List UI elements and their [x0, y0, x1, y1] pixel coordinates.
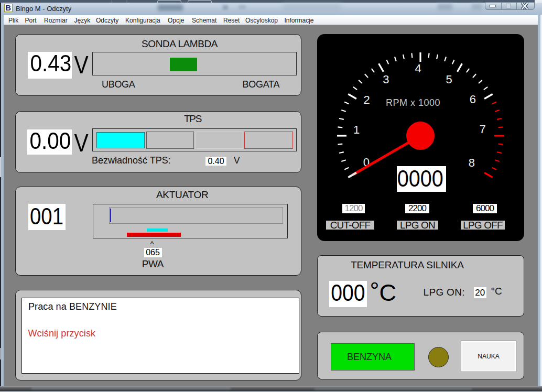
svg-text:8: 8 — [469, 156, 475, 169]
svg-text:6: 6 — [470, 93, 476, 106]
svg-text:5: 5 — [446, 73, 452, 86]
svg-text:2: 2 — [363, 93, 370, 106]
svg-text:RPM x 1000: RPM x 1000 — [386, 97, 440, 108]
svg-text:3: 3 — [383, 73, 389, 86]
svg-text:4: 4 — [415, 62, 421, 75]
svg-text:1: 1 — [353, 123, 360, 136]
svg-text:7: 7 — [479, 123, 485, 136]
